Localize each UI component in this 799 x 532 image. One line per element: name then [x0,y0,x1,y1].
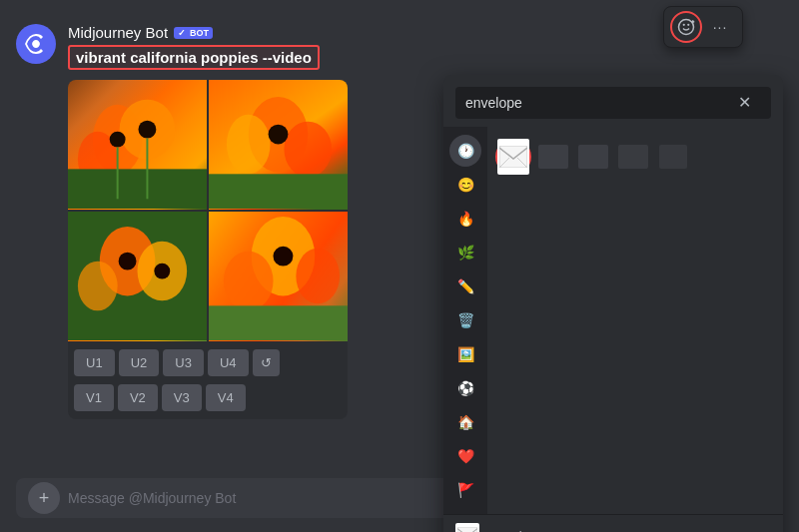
u4-button[interactable]: U4 [208,349,249,376]
footer-emoji-preview [455,523,479,532]
plus-icon: + [39,488,50,509]
sidebar-fire-icon[interactable]: 🔥 [449,203,481,235]
sidebar-activity-icon[interactable]: ⚽ [449,372,481,404]
gray-emoji-1[interactable] [535,139,571,175]
message-text: vibrant california poppies --video [68,45,320,70]
gray-emoji-4[interactable] [655,139,691,175]
chat-area: Midjourney Bot ✓ BOT vibrant california … [0,0,799,532]
sidebar-photo-icon[interactable]: 🖼️ [449,338,481,370]
image-cell-4 [209,212,348,341]
gray-emoji-3[interactable] [615,139,651,175]
svg-point-9 [227,115,271,175]
picker-search-row: ✕ [455,87,771,119]
svg-point-10 [284,122,332,178]
gray-emoji-2[interactable] [575,139,611,175]
svg-rect-23 [209,305,348,340]
u1-button[interactable]: U1 [74,349,115,376]
image-grid: U1 U2 U3 U4 ↺ V1 V2 V3 V4 [68,80,348,419]
add-attachment-button[interactable]: + [28,482,60,514]
svg-point-16 [78,262,118,311]
u3-button[interactable]: U3 [163,349,204,376]
emoji-grid [495,135,775,179]
hover-toolbar: Add Reaction ··· [663,6,743,48]
emoji-picker: ✕ 🕐 😊 🔥 🌿 ✏️ 🗑️ 🖼️ ⚽ 🏠 ❤️ 🚩 [443,75,783,532]
svg-point-4 [138,121,156,139]
sidebar-flag-icon[interactable]: 🚩 [449,474,481,506]
sidebar-pencil-icon[interactable]: ✏️ [449,270,481,302]
svg-rect-29 [499,146,527,168]
image-cell-1 [68,80,207,210]
picker-header: ✕ [443,75,783,127]
image-cell-2 [209,80,348,210]
v4-button[interactable]: V4 [206,384,246,411]
svg-point-17 [119,253,137,270]
u2-button[interactable]: U2 [119,349,160,376]
image-cell-3 [68,212,207,341]
sidebar-heart-icon[interactable]: ❤️ [449,440,481,472]
action-buttons-row1: U1 U2 U3 U4 ↺ [68,341,348,384]
svg-rect-12 [209,174,348,209]
sidebar-grid-icon[interactable]: 🏠 [449,406,481,438]
v2-button[interactable]: V2 [118,384,158,411]
username: Midjourney Bot [68,24,168,41]
svg-point-20 [224,252,274,311]
sidebar-trash-icon[interactable]: 🗑️ [449,304,481,336]
envelope-emoji-item[interactable] [495,139,531,175]
sidebar-clock-icon[interactable]: 🕐 [449,135,481,167]
envelope-emoji [497,139,529,175]
avatar [16,24,56,64]
picker-footer: :envelope: [443,514,783,532]
svg-rect-5 [68,169,207,209]
add-reaction-button[interactable] [670,11,702,43]
v1-button[interactable]: V1 [74,384,114,411]
svg-point-3 [110,132,126,148]
refresh-button[interactable]: ↺ [253,349,280,376]
search-close-button[interactable]: ✕ [738,95,751,111]
svg-point-18 [154,264,170,279]
svg-point-11 [269,125,289,145]
action-buttons-row2: V1 V2 V3 V4 [68,384,348,419]
more-options-button[interactable]: ··· [704,11,736,43]
picker-content [487,127,783,514]
bot-badge: ✓ BOT [174,27,213,39]
emoji-search-input[interactable] [455,87,771,119]
image-grid-top [68,80,348,341]
picker-body: 🕐 😊 🔥 🌿 ✏️ 🗑️ 🖼️ ⚽ 🏠 ❤️ 🚩 [443,127,783,514]
svg-point-21 [296,249,340,304]
svg-point-22 [274,247,294,266]
sidebar-leaf-icon[interactable]: 🌿 [449,237,481,268]
v3-button[interactable]: V3 [162,384,202,411]
picker-sidebar: 🕐 😊 🔥 🌿 ✏️ 🗑️ 🖼️ ⚽ 🏠 ❤️ 🚩 [443,127,487,514]
footer-emoji-name: :envelope: [487,528,547,533]
sidebar-smile-icon[interactable]: 😊 [449,169,481,201]
